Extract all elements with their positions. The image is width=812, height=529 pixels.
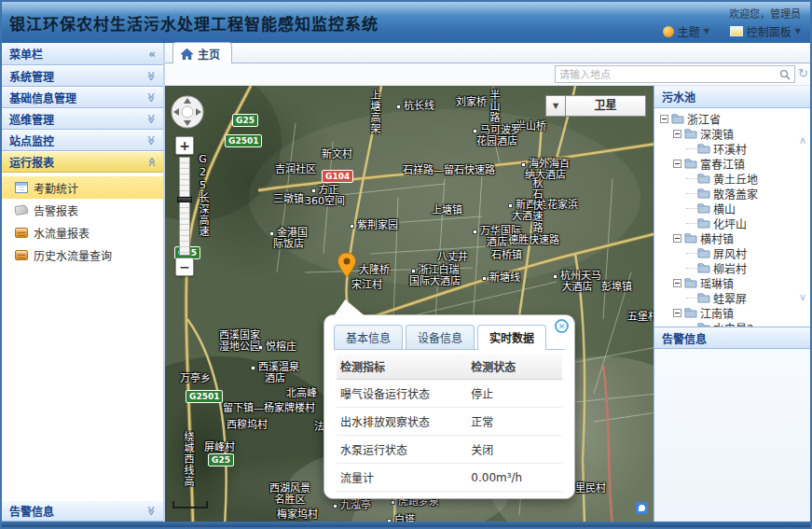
poi-dot-icon xyxy=(482,276,487,281)
window-bottom-border xyxy=(2,522,810,527)
sidebar-item-3[interactable]: 历史水流量查询 xyxy=(2,244,163,266)
body: 菜单栏 « 系统管理≫基础信息管理≫巡维管理≫站点监控≫运行报表≫考勤统计告警报… xyxy=(2,43,810,522)
tree-node-横村镇[interactable]: 横村镇 xyxy=(658,230,810,245)
status-cell: 0.00m³/h xyxy=(467,464,562,492)
zoom-slider-track[interactable] xyxy=(179,157,190,256)
tree-node-label: 柳岩村 xyxy=(713,260,747,276)
map-label: 上塘镇 xyxy=(432,205,462,216)
tree-collapse-icon[interactable] xyxy=(673,234,681,243)
zoom-in-button[interactable]: + xyxy=(175,136,194,155)
tree-node-水电景2[interactable]: 水电景2 xyxy=(658,320,810,327)
tree-node-label: 横山 xyxy=(713,201,736,216)
satellite-button[interactable]: 卫星 xyxy=(566,95,646,117)
tree-node-横山[interactable]: 横山 xyxy=(658,201,810,216)
indicator-cell: 出水排放观察状态 xyxy=(337,408,467,436)
map-label: 梅家坞村 xyxy=(277,509,318,521)
popup-tab-基本信息[interactable]: 基本信息 xyxy=(334,325,403,349)
folder-icon xyxy=(697,292,710,303)
site-info-popup: ✕ 基本信息设备信息实时数据 检测指标 检测状态 曝气设备运行状态停止出水排放观… xyxy=(323,314,575,499)
map-label: 悦榕庄 xyxy=(258,341,296,353)
tree-node-柳岩村[interactable]: 柳岩村 xyxy=(658,260,810,275)
map-label: 马可波罗花园酒店 xyxy=(473,125,521,147)
map-label: 西湖风景名胜区 xyxy=(269,483,310,506)
map-label: 吉润社区 xyxy=(275,164,316,175)
folder-icon xyxy=(697,188,710,199)
tree-node-label: 瑶琳镇 xyxy=(700,275,734,291)
road-shield: G25 xyxy=(208,453,234,466)
map-label: 九泓亭 xyxy=(333,500,371,511)
map-type-dropdown-icon[interactable]: ▼ xyxy=(545,95,566,117)
refresh-icon[interactable]: ↻ xyxy=(798,66,808,80)
tree-connector xyxy=(686,268,697,269)
sidebar-item-1[interactable]: 告警报表 xyxy=(2,199,163,221)
tree-connector xyxy=(686,193,697,194)
sidebar-item-label: 历史水流量查询 xyxy=(34,247,112,263)
right-panel: 污水池 ∧ ∨ 浙江省深澳镇环溪村富春江镇黄土丘地散落盖家横山化坪山横村镇屏风村… xyxy=(654,86,810,522)
tree-node-label: 散落盖家 xyxy=(713,186,758,202)
poi-dot-icon xyxy=(251,366,255,370)
tree-node-深澳镇[interactable]: 深澳镇 xyxy=(658,126,810,141)
sidebar-item-label: 告警报表 xyxy=(34,202,78,218)
scroll-down-icon[interactable]: ∨ xyxy=(799,291,806,303)
poi-dot-icon xyxy=(258,345,263,350)
control-panel-label: 控制面板 xyxy=(747,23,791,39)
map-label: 留下镇—杨家牌楼村 xyxy=(223,403,315,414)
tree-collapse-icon[interactable] xyxy=(673,130,681,138)
search-icon[interactable] xyxy=(779,69,794,80)
chevron-icon: ≫ xyxy=(145,92,156,102)
popup-tab-实时数据[interactable]: 实时数据 xyxy=(477,325,546,350)
poi-dot-icon xyxy=(411,269,416,273)
tree-node-富春江镇[interactable]: 富春江镇 xyxy=(658,156,810,171)
tree-node-屏风村[interactable]: 屏风村 xyxy=(658,245,810,260)
tree-node-江南镇[interactable]: 江南镇 xyxy=(658,305,810,320)
tree-node-环溪村[interactable]: 环溪村 xyxy=(658,141,810,156)
collapse-sidebar-icon[interactable]: « xyxy=(148,48,156,61)
tree-node-黄土丘地[interactable]: 黄土丘地 xyxy=(658,171,810,186)
tab-home[interactable]: 主页 xyxy=(172,42,232,63)
zoom-slider-handle[interactable] xyxy=(177,197,192,202)
sidebar-section-2[interactable]: 巡维管理≫ xyxy=(2,108,163,130)
app-window: 银江环保农村生活污水处理工程智能感知监控系统 欢迎您，管理员 主题 ▼ 控制面板… xyxy=(0,0,812,529)
chevron-icon: ≫ xyxy=(145,71,156,80)
table-row: 流量计0.00m³/h xyxy=(337,464,562,492)
sidebar-section-1[interactable]: 基础信息管理≫ xyxy=(2,87,163,108)
theme-label: 主题 xyxy=(678,23,700,39)
tree-node-蛙翠屏[interactable]: 蛙翠屏 xyxy=(658,290,810,305)
folder-icon xyxy=(684,158,697,169)
theme-menu[interactable]: 主题 ▼ xyxy=(663,23,709,39)
tree-collapse-icon[interactable] xyxy=(673,309,681,317)
folder-icon xyxy=(697,173,710,184)
map-label: 杭长线 xyxy=(396,101,434,112)
poi-dot-icon xyxy=(333,504,337,508)
sidebar-item-0[interactable]: 考勤统计 xyxy=(2,176,163,199)
tree-collapse-icon[interactable] xyxy=(660,115,668,123)
control-panel-menu[interactable]: 控制面板 ▼ xyxy=(730,23,801,39)
map[interactable]: 杭长线刘家桥半山桥马可波罗花园酒店海外海百纳大酒店新文村石祥路—留石快速路吉润社… xyxy=(165,86,654,522)
poi-dot-icon xyxy=(508,203,513,208)
site-marker-pin[interactable] xyxy=(337,252,357,282)
sidebar-item-2[interactable]: 水流量报表 xyxy=(2,221,163,244)
sidebar-section-3[interactable]: 站点监控≫ xyxy=(2,130,163,151)
sidebar-section-label: 站点监控 xyxy=(9,132,54,148)
sewage-pool-title-bar: 污水池 xyxy=(654,86,810,108)
tree-node-瑶琳镇[interactable]: 瑶琳镇 xyxy=(658,275,810,290)
tree-collapse-icon[interactable] xyxy=(673,279,681,287)
table-row: 曝气设备运行状态停止 xyxy=(337,380,562,408)
scroll-up-icon[interactable]: ∧ xyxy=(799,134,806,146)
sidebar-section-0[interactable]: 系统管理≫ xyxy=(2,65,163,87)
map-pan-control[interactable] xyxy=(169,93,206,134)
sidebar-section-4[interactable]: 运行报表≫ xyxy=(2,151,163,173)
tree-node-化坪山[interactable]: 化坪山 xyxy=(658,216,810,230)
map-label: 半山路 xyxy=(488,90,499,123)
sidebar-item-alarm-info[interactable]: 告警信息 ≫ xyxy=(2,500,163,522)
tree-node-浙江省[interactable]: 浙江省 xyxy=(658,111,810,126)
tab-home-label: 主页 xyxy=(198,46,220,62)
zoom-out-button[interactable]: − xyxy=(175,258,194,276)
sidebar-item-label: 考勤统计 xyxy=(34,180,78,196)
tree-collapse-icon[interactable] xyxy=(673,160,681,168)
tree-node-散落盖家[interactable]: 散落盖家 xyxy=(658,186,810,201)
sidebar-section-label: 运行报表 xyxy=(9,154,54,170)
popup-tab-设备信息[interactable]: 设备信息 xyxy=(406,325,475,349)
close-icon[interactable]: ✕ xyxy=(555,319,569,333)
search-input[interactable] xyxy=(556,69,779,80)
